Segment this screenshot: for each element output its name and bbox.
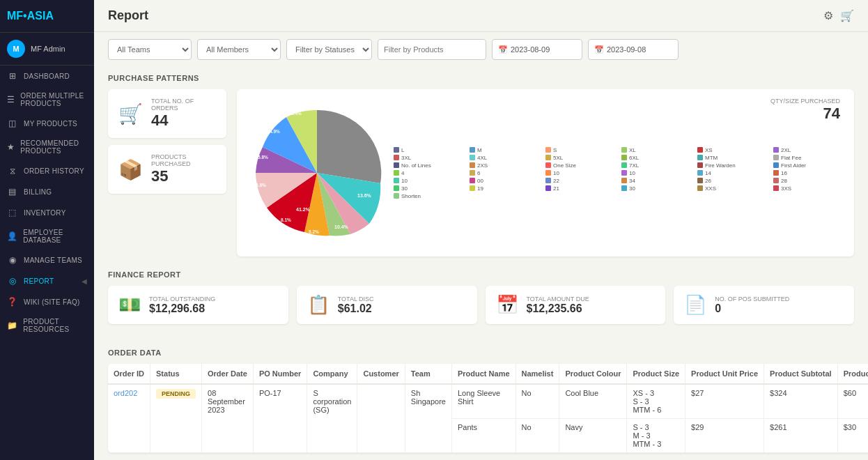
col-status: Status — [150, 364, 202, 384]
sidebar-item-employee-db[interactable]: 👤 Employee Database — [0, 223, 94, 250]
unit-price-cell: $27 — [685, 384, 764, 419]
col-order-id: Order ID — [108, 364, 150, 384]
legend-item: XL — [621, 147, 692, 153]
status-filter[interactable]: Filter by Statuses — [286, 39, 372, 60]
sidebar-item-recommended[interactable]: ★ Recommended Products — [0, 134, 94, 160]
legend-item: 10 — [621, 170, 692, 176]
pos-value: 0 — [715, 302, 789, 315]
recommended-icon: ★ — [7, 142, 15, 152]
purchase-cards: 🛒 Total No. Of Orders 44 📦 Products Purc… — [108, 89, 854, 256]
legend-item: 19 — [470, 185, 540, 192]
sidebar-item-product-resources[interactable]: 📁 Product Resources — [0, 312, 94, 339]
legend-item: XXS — [697, 185, 768, 192]
col-unit-price: Product Unit Price — [685, 364, 764, 384]
sidebar-item-label: Wiki (Site FAQ) — [24, 298, 80, 306]
member-filter[interactable]: All Members — [197, 39, 281, 60]
order-id-link[interactable]: ord202 — [114, 389, 137, 397]
surcharge-cell: $30 — [837, 419, 868, 453]
customer-cell — [357, 384, 405, 453]
products-purchased-value: 35 — [151, 167, 216, 185]
product-filter[interactable] — [378, 39, 486, 60]
products-purchased-card: 📦 Products Purchased 35 — [108, 145, 226, 194]
page-title: Report — [108, 8, 148, 23]
col-subtotal: Product Subtotal — [764, 364, 838, 384]
legend-item: MTM — [697, 155, 768, 161]
date-to-filter[interactable]: 📅 2023-09-08 — [588, 39, 679, 60]
pie-chart: 41.2% 13.6% 10.4% 9.2% 8.1% 6.8% 5.8% 4.… — [247, 100, 387, 246]
svg-text:41.2%: 41.2% — [296, 207, 311, 212]
outstanding-value: $12,296.68 — [149, 302, 215, 315]
legend-item: 3XS — [773, 185, 844, 192]
product-name-cell: Pants — [451, 419, 516, 453]
pos-icon: 📄 — [684, 294, 706, 316]
team-cell: Sh Singapore — [405, 384, 451, 453]
sidebar-item-order-multiple[interactable]: ☰ Order Multiple Products — [0, 86, 94, 113]
sidebar-item-label: Recommended Products — [20, 139, 87, 155]
cart-icon[interactable]: 🛒 — [840, 9, 854, 22]
legend-item: 30 — [621, 185, 692, 192]
disc-icon: 📋 — [307, 294, 330, 316]
sidebar-item-my-products[interactable]: ◫ My Products — [0, 113, 94, 134]
sidebar-item-dashboard[interactable]: ⊞ Dashboard — [0, 66, 94, 86]
colour-cell: Cool Blue — [559, 384, 627, 419]
subtotal-cell: $324 — [764, 384, 838, 419]
disc-label: Total Disc — [338, 296, 374, 302]
date-from-filter[interactable]: 📅 2023-08-09 — [492, 39, 582, 60]
legend-item: S — [545, 147, 616, 153]
finance-cards: 💵 Total Outstanding $12,296.68 📋 Total D… — [108, 286, 854, 324]
inventory-icon: ⬚ — [7, 208, 18, 217]
sidebar-item-order-history[interactable]: ⧖ Order History — [0, 160, 94, 181]
legend-item: 26 — [697, 178, 768, 184]
sidebar-item-manage-teams[interactable]: ◉ Manage Teams — [0, 250, 94, 270]
legend-item: Shorten — [394, 193, 464, 199]
finance-report-title: FINANCE REPORT — [108, 270, 854, 279]
legend-item: 3XL — [394, 155, 464, 161]
team-filter[interactable]: All Teams — [108, 39, 192, 60]
total-orders-card: 🛒 Total No. Of Orders 44 — [108, 89, 226, 138]
legend-item: 6 — [470, 170, 540, 176]
stat-cards: 🛒 Total No. Of Orders 44 📦 Products Purc… — [108, 89, 226, 256]
order-date-cell: 08 September 2023 — [202, 384, 254, 453]
sidebar-item-label: Product Resources — [23, 318, 87, 333]
company-cell: S corporation (SG) — [307, 384, 357, 453]
products-purchased-label: Products Purchased — [151, 153, 216, 167]
sidebar-item-label: Manage Teams — [24, 256, 82, 264]
legend-item: 10 — [394, 178, 464, 184]
col-product-colour: Product Colour — [559, 364, 627, 384]
total-outstanding-card: 💵 Total Outstanding $12,296.68 — [108, 286, 288, 324]
legend-item: 22 — [545, 178, 616, 184]
finance-report-section: FINANCE REPORT 💵 Total Outstanding $12,2… — [94, 263, 868, 342]
calendar-icon: 📅 — [498, 45, 508, 54]
sidebar-item-inventory[interactable]: ⬚ Inventory — [0, 202, 94, 223]
size-cell: XS - 3 S - 3 MTM - 6 — [627, 384, 685, 419]
legend-item: 10 — [545, 170, 616, 176]
billing-icon: ▤ — [7, 187, 18, 197]
subtotal-cell: $261 — [764, 419, 838, 453]
username: MF Admin — [31, 45, 65, 53]
legend-item: 7XL — [621, 162, 692, 169]
sidebar-item-label: Order Multiple Products — [20, 92, 87, 107]
sidebar-item-report[interactable]: ◎ Report ◀ — [0, 270, 94, 291]
sidebar-item-billing[interactable]: ▤ Billing — [0, 181, 94, 202]
legend-item: 2XS — [470, 162, 540, 169]
svg-text:8.1%: 8.1% — [281, 217, 291, 222]
sidebar-item-wiki[interactable]: ❓ Wiki (Site FAQ) — [0, 291, 94, 312]
col-namelist: Namelist — [516, 364, 559, 384]
col-product-name: Product Name — [451, 364, 516, 384]
legend-item: 4XL — [470, 155, 540, 161]
settings-icon[interactable]: ⚙ — [823, 9, 833, 22]
col-surcharge: Product Surcharge — [837, 364, 868, 384]
cart-stat-icon: 🛒 — [118, 102, 143, 125]
order-multiple-icon: ☰ — [7, 95, 15, 105]
collapse-icon: ◀ — [82, 277, 87, 285]
chart-container: Qty/Size Purchased 74 — [237, 89, 854, 256]
order-data-section: ORDER DATA Order ID Status Order Date PO… — [94, 342, 868, 460]
legend-item: Fire Warden — [697, 162, 768, 169]
chart-inner: 41.2% 13.6% 10.4% 9.2% 8.1% 6.8% 5.8% 4.… — [247, 100, 844, 246]
product-resources-icon: 📁 — [7, 321, 17, 330]
logo-text: MF•ASIA — [7, 10, 54, 22]
col-team: Team — [405, 364, 451, 384]
employee-icon: 👤 — [7, 231, 17, 241]
outstanding-label: Total Outstanding — [149, 296, 215, 302]
sidebar-item-label: Employee Database — [23, 229, 87, 244]
